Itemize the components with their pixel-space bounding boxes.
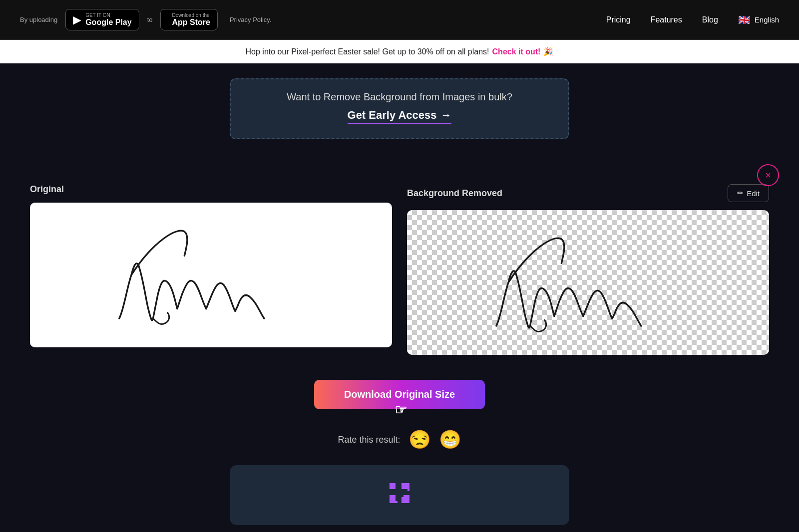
comparison-section: Original Background Removed ✏ Edit [30, 184, 769, 355]
bulk-banner: Want to Remove Background from Images in… [230, 78, 569, 139]
original-panel: Original [30, 184, 392, 347]
privacy-text: Privacy Policy. [230, 16, 272, 23]
top-navigation: By uploading ▶ GET IT ON Google Play to … [0, 0, 799, 40]
removed-label: Background Removed [407, 188, 502, 199]
signature-removed-svg [407, 210, 769, 355]
original-image-box [30, 203, 392, 347]
download-section: Download Original Size ☞ [30, 380, 769, 409]
svg-rect-6 [390, 489, 396, 495]
happy-rating-button[interactable]: 😁 [439, 429, 461, 450]
removed-header: Background Removed ✏ Edit [407, 184, 769, 202]
original-label: Original [30, 184, 64, 195]
google-play-label: GET IT ON Google Play [85, 12, 131, 27]
nav-right: Pricing Features Blog 🇬🇧 English [606, 14, 779, 26]
blog-link[interactable]: Blog [702, 15, 718, 24]
edit-label: Edit [747, 189, 760, 198]
edit-button[interactable]: ✏ Edit [728, 184, 769, 202]
to-text: to [147, 16, 153, 23]
early-access-link[interactable]: Get Early Access → [348, 109, 452, 124]
download-button[interactable]: Download Original Size ☞ [314, 380, 485, 409]
sad-rating-button[interactable]: 😒 [408, 429, 431, 450]
features-link[interactable]: Features [651, 15, 682, 24]
promo-text: Hop into our Pixel-perfect Easter sale! … [246, 47, 489, 56]
bottom-section [230, 465, 569, 525]
cursor-icon: ☞ [395, 402, 407, 418]
bottom-logo-icon [388, 481, 411, 510]
play-icon: ▶ [73, 13, 81, 26]
rating-label: Rate this result: [338, 435, 400, 445]
promo-banner: Hop into our Pixel-perfect Easter sale! … [0, 40, 799, 63]
bg-removed-image-box [407, 210, 769, 355]
check-it-out-link[interactable]: Check it out! [492, 47, 541, 56]
svg-rect-5 [396, 483, 401, 489]
language-selector[interactable]: 🇬🇧 English [738, 14, 779, 26]
close-button[interactable]: × [757, 164, 779, 186]
rating-section: Rate this result: 😒 😁 [30, 429, 769, 450]
nav-left: By uploading ▶ GET IT ON Google Play to … [20, 9, 596, 30]
promo-area: Want to Remove Background from Images in… [0, 63, 799, 154]
svg-rect-8 [396, 495, 401, 501]
bulk-title: Want to Remove Background from Images in… [251, 91, 548, 103]
google-play-badge[interactable]: ▶ GET IT ON Google Play [65, 9, 139, 30]
signature-original-svg [30, 203, 392, 347]
flag-icon: 🇬🇧 [738, 14, 751, 26]
main-content: × Original Background Removed ✏ Edit [0, 154, 799, 532]
app-store-label: Download on the App Store [172, 12, 210, 27]
removed-panel: Background Removed ✏ Edit [407, 184, 769, 355]
svg-rect-7 [401, 489, 407, 495]
language-label: English [755, 15, 779, 24]
upload-text: By uploading [20, 16, 57, 23]
download-label: Download Original Size [344, 389, 455, 400]
app-store-badge[interactable]: Download on the App Store [160, 9, 217, 30]
promo-emoji: 🎉 [543, 47, 553, 56]
original-header: Original [30, 184, 392, 195]
edit-icon: ✏ [737, 189, 744, 198]
pricing-link[interactable]: Pricing [606, 15, 631, 24]
